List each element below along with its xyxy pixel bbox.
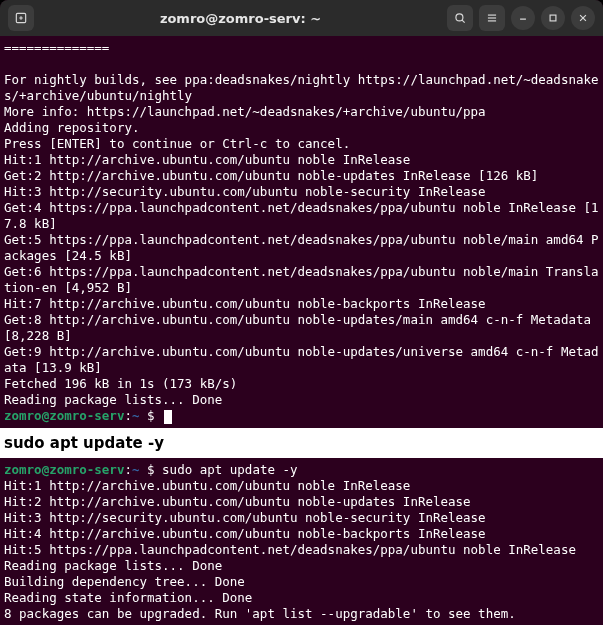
new-tab-icon: [14, 11, 28, 25]
prompt-sep: :: [124, 462, 132, 477]
output-line: Hit:1 http://archive.ubuntu.com/ubuntu n…: [4, 478, 410, 493]
prompt-path: ~: [132, 408, 140, 423]
output-line: Get:2 http://archive.ubuntu.com/ubuntu n…: [4, 168, 538, 183]
hamburger-icon: [485, 11, 499, 25]
prompt-symbol: $: [147, 462, 155, 477]
svg-rect-9: [550, 15, 556, 21]
output-line: Building dependency tree... Done: [4, 574, 245, 589]
output-line: Hit:4 http://archive.ubuntu.com/ubuntu n…: [4, 526, 486, 541]
output-line: Press [ENTER] to continue or Ctrl-c to c…: [4, 136, 350, 151]
terminal-output-2[interactable]: zomro@zomro-serv:~ $ sudo apt update -y …: [0, 458, 603, 625]
prompt-user: zomro@zomro-serv: [4, 462, 124, 477]
output-line: Hit:7 http://archive.ubuntu.com/ubuntu n…: [4, 296, 486, 311]
new-tab-button[interactable]: [8, 5, 34, 31]
output-line: Get:5 https://ppa.launchpadcontent.net/d…: [4, 232, 599, 263]
output-line: Hit:3 http://security.ubuntu.com/ubuntu …: [4, 184, 486, 199]
svg-point-3: [456, 14, 463, 21]
minimize-icon: [516, 11, 530, 25]
output-line: Get:9 http://archive.ubuntu.com/ubuntu n…: [4, 344, 599, 375]
maximize-button[interactable]: [541, 6, 565, 30]
search-button[interactable]: [447, 5, 473, 31]
output-line: More info: https://launchpad.net/~deadsn…: [4, 104, 486, 119]
output-line: Adding repository.: [4, 120, 139, 135]
minimize-button[interactable]: [511, 6, 535, 30]
output-line: Hit:5 https://ppa.launchpadcontent.net/d…: [4, 542, 576, 557]
command-text: sudo apt update -y: [162, 462, 297, 477]
output-line: For nightly builds, see ppa:deadsnakes/n…: [4, 72, 599, 103]
output-line: 8 packages can be upgraded. Run 'apt lis…: [4, 606, 516, 621]
output-line: Reading state information... Done: [4, 590, 252, 605]
output-line: Hit:2 http://archive.ubuntu.com/ubuntu n…: [4, 494, 471, 509]
prompt-path: ~: [132, 462, 140, 477]
output-line: Fetched 196 kB in 1s (173 kB/s): [4, 376, 237, 391]
cursor: [164, 410, 172, 424]
output-line: Reading package lists... Done: [4, 558, 222, 573]
terminal-window: zomro@zomro-serv: ~ ============== For n…: [0, 0, 603, 428]
menu-button[interactable]: [479, 5, 505, 31]
output-line: Hit:1 http://archive.ubuntu.com/ubuntu n…: [4, 152, 410, 167]
prompt-sep: :: [124, 408, 132, 423]
close-icon: [576, 11, 590, 25]
output-line: Get:6 https://ppa.launchpadcontent.net/d…: [4, 264, 599, 295]
close-button[interactable]: [571, 6, 595, 30]
output-line: Reading package lists... Done: [4, 392, 222, 407]
maximize-icon: [546, 11, 560, 25]
prompt-user: zomro@zomro-serv: [4, 408, 124, 423]
output-line: Get:8 http://archive.ubuntu.com/ubuntu n…: [4, 312, 599, 343]
output-line: Get:4 https://ppa.launchpadcontent.net/d…: [4, 200, 599, 231]
window-title: zomro@zomro-serv: ~: [42, 11, 439, 26]
output-line: Hit:3 http://security.ubuntu.com/ubuntu …: [4, 510, 486, 525]
search-icon: [453, 11, 467, 25]
prompt-symbol: $: [147, 408, 155, 423]
titlebar: zomro@zomro-serv: ~: [0, 0, 603, 36]
divider: ==============: [4, 40, 109, 55]
svg-line-4: [462, 20, 465, 23]
instruction-label: sudo apt update -y: [0, 428, 603, 458]
terminal-output-1[interactable]: ============== For nightly builds, see p…: [0, 36, 603, 428]
